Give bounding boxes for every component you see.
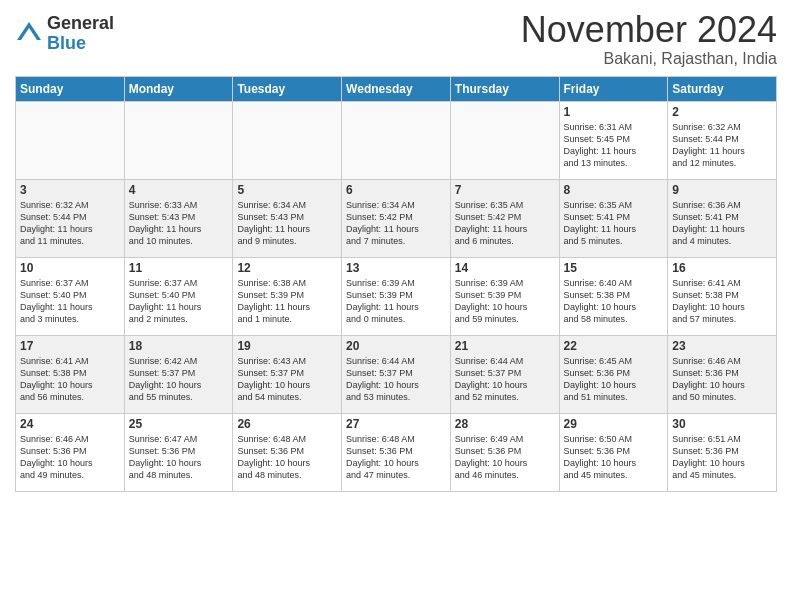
calendar-cell: 24Sunrise: 6:46 AM Sunset: 5:36 PM Dayli… — [16, 413, 125, 491]
day-number: 28 — [455, 417, 555, 431]
day-number: 15 — [564, 261, 664, 275]
calendar-cell: 14Sunrise: 6:39 AM Sunset: 5:39 PM Dayli… — [450, 257, 559, 335]
day-number: 22 — [564, 339, 664, 353]
day-info: Sunrise: 6:50 AM Sunset: 5:36 PM Dayligh… — [564, 433, 664, 482]
calendar-cell — [342, 101, 451, 179]
day-number: 7 — [455, 183, 555, 197]
day-number: 30 — [672, 417, 772, 431]
day-info: Sunrise: 6:41 AM Sunset: 5:38 PM Dayligh… — [20, 355, 120, 404]
calendar-cell: 22Sunrise: 6:45 AM Sunset: 5:36 PM Dayli… — [559, 335, 668, 413]
day-number: 2 — [672, 105, 772, 119]
day-info: Sunrise: 6:47 AM Sunset: 5:36 PM Dayligh… — [129, 433, 229, 482]
day-number: 20 — [346, 339, 446, 353]
calendar-week-row: 24Sunrise: 6:46 AM Sunset: 5:36 PM Dayli… — [16, 413, 777, 491]
day-number: 19 — [237, 339, 337, 353]
day-number: 1 — [564, 105, 664, 119]
day-number: 14 — [455, 261, 555, 275]
day-info: Sunrise: 6:35 AM Sunset: 5:42 PM Dayligh… — [455, 199, 555, 248]
calendar-cell: 28Sunrise: 6:49 AM Sunset: 5:36 PM Dayli… — [450, 413, 559, 491]
calendar-cell: 8Sunrise: 6:35 AM Sunset: 5:41 PM Daylig… — [559, 179, 668, 257]
page-container: General Blue November 2024 Bakani, Rajas… — [0, 0, 792, 502]
calendar-cell: 19Sunrise: 6:43 AM Sunset: 5:37 PM Dayli… — [233, 335, 342, 413]
day-number: 8 — [564, 183, 664, 197]
day-info: Sunrise: 6:42 AM Sunset: 5:37 PM Dayligh… — [129, 355, 229, 404]
day-info: Sunrise: 6:34 AM Sunset: 5:42 PM Dayligh… — [346, 199, 446, 248]
day-info: Sunrise: 6:43 AM Sunset: 5:37 PM Dayligh… — [237, 355, 337, 404]
day-info: Sunrise: 6:37 AM Sunset: 5:40 PM Dayligh… — [20, 277, 120, 326]
day-info: Sunrise: 6:39 AM Sunset: 5:39 PM Dayligh… — [346, 277, 446, 326]
calendar-cell: 20Sunrise: 6:44 AM Sunset: 5:37 PM Dayli… — [342, 335, 451, 413]
calendar-cell: 3Sunrise: 6:32 AM Sunset: 5:44 PM Daylig… — [16, 179, 125, 257]
calendar-cell: 25Sunrise: 6:47 AM Sunset: 5:36 PM Dayli… — [124, 413, 233, 491]
day-number: 9 — [672, 183, 772, 197]
calendar-week-row: 1Sunrise: 6:31 AM Sunset: 5:45 PM Daylig… — [16, 101, 777, 179]
day-info: Sunrise: 6:32 AM Sunset: 5:44 PM Dayligh… — [20, 199, 120, 248]
day-number: 11 — [129, 261, 229, 275]
calendar-cell: 27Sunrise: 6:48 AM Sunset: 5:36 PM Dayli… — [342, 413, 451, 491]
logo-text: General Blue — [47, 14, 114, 54]
calendar-week-row: 10Sunrise: 6:37 AM Sunset: 5:40 PM Dayli… — [16, 257, 777, 335]
calendar-cell: 9Sunrise: 6:36 AM Sunset: 5:41 PM Daylig… — [668, 179, 777, 257]
day-info: Sunrise: 6:34 AM Sunset: 5:43 PM Dayligh… — [237, 199, 337, 248]
day-number: 24 — [20, 417, 120, 431]
col-tuesday: Tuesday — [233, 76, 342, 101]
calendar-cell: 1Sunrise: 6:31 AM Sunset: 5:45 PM Daylig… — [559, 101, 668, 179]
day-info: Sunrise: 6:51 AM Sunset: 5:36 PM Dayligh… — [672, 433, 772, 482]
calendar-cell: 10Sunrise: 6:37 AM Sunset: 5:40 PM Dayli… — [16, 257, 125, 335]
calendar-cell: 7Sunrise: 6:35 AM Sunset: 5:42 PM Daylig… — [450, 179, 559, 257]
day-number: 12 — [237, 261, 337, 275]
day-number: 17 — [20, 339, 120, 353]
day-info: Sunrise: 6:41 AM Sunset: 5:38 PM Dayligh… — [672, 277, 772, 326]
day-info: Sunrise: 6:45 AM Sunset: 5:36 PM Dayligh… — [564, 355, 664, 404]
day-info: Sunrise: 6:46 AM Sunset: 5:36 PM Dayligh… — [20, 433, 120, 482]
calendar-cell — [16, 101, 125, 179]
calendar-cell: 16Sunrise: 6:41 AM Sunset: 5:38 PM Dayli… — [668, 257, 777, 335]
col-friday: Friday — [559, 76, 668, 101]
logo-general: General — [47, 14, 114, 34]
calendar-cell: 23Sunrise: 6:46 AM Sunset: 5:36 PM Dayli… — [668, 335, 777, 413]
day-info: Sunrise: 6:46 AM Sunset: 5:36 PM Dayligh… — [672, 355, 772, 404]
calendar-cell: 15Sunrise: 6:40 AM Sunset: 5:38 PM Dayli… — [559, 257, 668, 335]
calendar-cell: 17Sunrise: 6:41 AM Sunset: 5:38 PM Dayli… — [16, 335, 125, 413]
calendar-cell: 18Sunrise: 6:42 AM Sunset: 5:37 PM Dayli… — [124, 335, 233, 413]
day-info: Sunrise: 6:48 AM Sunset: 5:36 PM Dayligh… — [237, 433, 337, 482]
day-info: Sunrise: 6:48 AM Sunset: 5:36 PM Dayligh… — [346, 433, 446, 482]
calendar-cell — [124, 101, 233, 179]
day-number: 13 — [346, 261, 446, 275]
title-block: November 2024 Bakani, Rajasthan, India — [521, 10, 777, 68]
day-number: 3 — [20, 183, 120, 197]
day-number: 16 — [672, 261, 772, 275]
day-info: Sunrise: 6:44 AM Sunset: 5:37 PM Dayligh… — [346, 355, 446, 404]
day-info: Sunrise: 6:35 AM Sunset: 5:41 PM Dayligh… — [564, 199, 664, 248]
calendar-cell: 30Sunrise: 6:51 AM Sunset: 5:36 PM Dayli… — [668, 413, 777, 491]
calendar-week-row: 3Sunrise: 6:32 AM Sunset: 5:44 PM Daylig… — [16, 179, 777, 257]
calendar-cell: 4Sunrise: 6:33 AM Sunset: 5:43 PM Daylig… — [124, 179, 233, 257]
day-number: 5 — [237, 183, 337, 197]
day-info: Sunrise: 6:49 AM Sunset: 5:36 PM Dayligh… — [455, 433, 555, 482]
day-info: Sunrise: 6:36 AM Sunset: 5:41 PM Dayligh… — [672, 199, 772, 248]
col-sunday: Sunday — [16, 76, 125, 101]
day-number: 29 — [564, 417, 664, 431]
logo-icon — [15, 20, 43, 48]
logo-blue: Blue — [47, 34, 114, 54]
day-number: 27 — [346, 417, 446, 431]
col-monday: Monday — [124, 76, 233, 101]
day-info: Sunrise: 6:39 AM Sunset: 5:39 PM Dayligh… — [455, 277, 555, 326]
location: Bakani, Rajasthan, India — [521, 50, 777, 68]
calendar-cell — [450, 101, 559, 179]
calendar-cell: 12Sunrise: 6:38 AM Sunset: 5:39 PM Dayli… — [233, 257, 342, 335]
day-info: Sunrise: 6:37 AM Sunset: 5:40 PM Dayligh… — [129, 277, 229, 326]
calendar-cell: 6Sunrise: 6:34 AM Sunset: 5:42 PM Daylig… — [342, 179, 451, 257]
day-number: 21 — [455, 339, 555, 353]
calendar-cell: 26Sunrise: 6:48 AM Sunset: 5:36 PM Dayli… — [233, 413, 342, 491]
col-thursday: Thursday — [450, 76, 559, 101]
calendar-table: Sunday Monday Tuesday Wednesday Thursday… — [15, 76, 777, 492]
col-wednesday: Wednesday — [342, 76, 451, 101]
calendar-cell: 5Sunrise: 6:34 AM Sunset: 5:43 PM Daylig… — [233, 179, 342, 257]
month-title: November 2024 — [521, 10, 777, 50]
calendar-week-row: 17Sunrise: 6:41 AM Sunset: 5:38 PM Dayli… — [16, 335, 777, 413]
day-number: 26 — [237, 417, 337, 431]
calendar-cell: 29Sunrise: 6:50 AM Sunset: 5:36 PM Dayli… — [559, 413, 668, 491]
day-number: 25 — [129, 417, 229, 431]
calendar-cell: 11Sunrise: 6:37 AM Sunset: 5:40 PM Dayli… — [124, 257, 233, 335]
